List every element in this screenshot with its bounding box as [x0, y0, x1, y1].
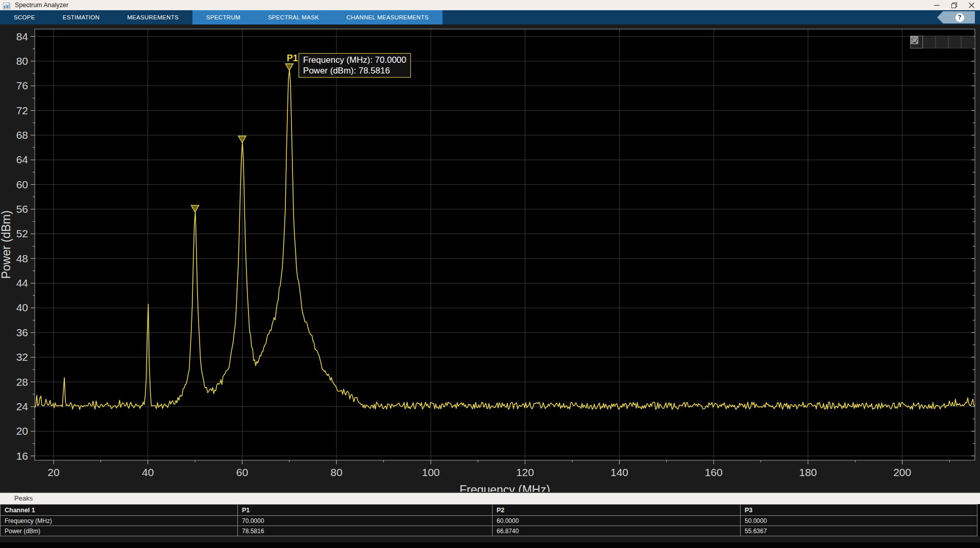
window-title: Spectrum Analyzer	[15, 2, 68, 9]
close-icon	[969, 3, 974, 8]
svg-text:68: 68	[16, 129, 28, 141]
svg-text:200: 200	[893, 466, 911, 478]
window-titlebar: Spectrum Analyzer	[0, 0, 980, 10]
peaks-col-p1: P1	[238, 505, 493, 516]
close-button[interactable]	[963, 0, 980, 10]
minimize-button[interactable]	[928, 0, 945, 10]
restore-button[interactable]	[945, 0, 963, 10]
svg-text:64: 64	[16, 154, 29, 165]
svg-text:160: 160	[705, 466, 723, 478]
spectrum-plot-area[interactable]: 1620242832364044485256606468727680842040…	[0, 24, 980, 492]
y-tick-labels: 162024283236404448525660646872768084	[16, 31, 29, 462]
cursor-frequency-line: Frequency (MHz): 70.0000	[303, 55, 406, 65]
svg-text:28: 28	[16, 376, 28, 388]
svg-text:52: 52	[16, 228, 28, 239]
cursor-power-line: Power (dBm): 78.5816	[303, 65, 406, 76]
window-controls	[928, 0, 980, 10]
svg-text:60: 60	[16, 179, 28, 190]
svg-text:180: 180	[799, 466, 817, 478]
svg-text:80: 80	[16, 55, 28, 67]
pan-button[interactable]	[923, 36, 936, 48]
help-area: ?	[937, 10, 980, 24]
peaks-frequency-row: Frequency (MHz) 70.0000 60.0000 50.0000	[1, 516, 977, 526]
question-icon: ?	[955, 13, 964, 22]
svg-text:80: 80	[331, 466, 342, 478]
svg-text:60: 60	[236, 466, 248, 478]
axes-toolbar	[910, 36, 974, 48]
peaks-panel-title: Peaks	[14, 494, 33, 502]
svg-text:44: 44	[16, 277, 29, 289]
tab-scope[interactable]: SCOPE	[0, 10, 49, 24]
svg-text:24: 24	[16, 401, 29, 412]
peaks-col-p3: P3	[741, 505, 977, 516]
panel-filler	[0, 536, 980, 542]
toolstrip: SCOPE ESTIMATION MEASUREMENTS SPECTRUM S…	[0, 10, 980, 24]
help-button[interactable]: ?	[937, 11, 975, 23]
fit-to-view-icon	[910, 36, 919, 44]
svg-text:36: 36	[16, 327, 28, 338]
svg-text:84: 84	[16, 31, 29, 42]
frequency-p3-value: 50.0000	[741, 516, 977, 526]
svg-text:32: 32	[16, 351, 28, 363]
frequency-row-label: Frequency (MHz)	[1, 516, 238, 526]
tab-spectrum[interactable]: SPECTRUM	[192, 10, 254, 24]
y-axis-label: Power (dBm)	[0, 210, 13, 279]
spectrum-chart[interactable]: 1620242832364044485256606468727680842040…	[0, 24, 980, 492]
power-p2-value: 66.8740	[493, 526, 741, 536]
zoom-in-button[interactable]	[936, 36, 948, 48]
tab-spectral-mask[interactable]: SPECTRAL MASK	[254, 10, 333, 24]
bottom-strip	[0, 542, 980, 547]
svg-text:72: 72	[16, 105, 28, 116]
plot-background[interactable]	[35, 29, 975, 460]
svg-text:120: 120	[516, 466, 534, 478]
svg-text:20: 20	[16, 425, 28, 437]
svg-text:76: 76	[16, 80, 28, 91]
tab-measurements[interactable]: MEASUREMENTS	[113, 10, 192, 24]
peaks-power-row: Power (dBm) 78.5816 66.8740 55.6367	[1, 526, 977, 536]
frequency-p2-value: 60.0000	[493, 516, 741, 526]
svg-text:40: 40	[16, 302, 28, 313]
peak-cursor-label: P1	[287, 53, 298, 64]
svg-text:40: 40	[142, 466, 154, 478]
power-row-label: Power (dBm)	[1, 526, 238, 536]
svg-text:20: 20	[47, 466, 59, 478]
svg-text:16: 16	[16, 450, 28, 462]
contextual-tab-group: SPECTRUM SPECTRAL MASK CHANNEL MEASUREME…	[192, 10, 443, 24]
svg-text:100: 100	[422, 466, 439, 478]
peaks-col-p2: P2	[493, 505, 741, 516]
frequency-p1-value: 70.0000	[238, 516, 493, 526]
peaks-panel-header: Peaks	[0, 493, 980, 504]
tab-channel-measurements[interactable]: CHANNEL MEASUREMENTS	[333, 10, 443, 24]
zoom-out-button[interactable]	[948, 36, 961, 48]
x-axis-label: Frequency (MHz)	[459, 483, 550, 492]
svg-text:48: 48	[16, 253, 28, 264]
peaks-col-channel: Channel 1	[1, 505, 238, 516]
fit-to-view-button[interactable]	[961, 36, 974, 48]
svg-text:140: 140	[610, 466, 628, 478]
peaks-table-header-row: Channel 1 P1 P2 P3	[1, 505, 977, 516]
peak-cursor-tooltip[interactable]: Frequency (MHz): 70.0000 Power (dBm): 78…	[299, 53, 411, 78]
svg-text:56: 56	[16, 203, 28, 215]
power-p3-value: 55.6367	[741, 526, 977, 536]
minimize-icon	[934, 3, 940, 8]
spectrum-analyzer-app-icon	[3, 2, 10, 9]
restore-icon	[951, 3, 957, 8]
power-p1-value: 78.5816	[238, 526, 493, 536]
x-tick-labels: 20406080100120140160180200	[47, 466, 911, 478]
peaks-table: Channel 1 P1 P2 P3 Frequency (MHz) 70.00…	[0, 504, 977, 536]
tab-estimation[interactable]: ESTIMATION	[49, 10, 113, 24]
